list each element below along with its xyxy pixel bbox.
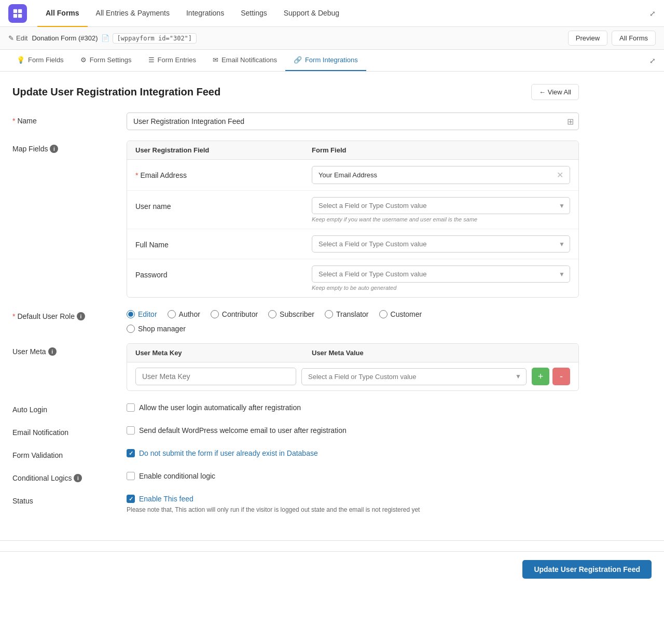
role-subscriber-label: Subscriber <box>280 310 314 318</box>
role-editor[interactable]: Editor <box>127 310 157 318</box>
breadcrumb-actions: Preview All Forms <box>568 31 656 46</box>
expand-icon[interactable]: ⤢ <box>649 9 656 18</box>
tab-bar: 💡 Form Fields ⚙ Form Settings ☰ Form Ent… <box>0 50 664 72</box>
auto-login-row: Auto Login Allow the user login automati… <box>12 401 579 414</box>
view-all-button[interactable]: ← View All <box>531 84 579 100</box>
meta-value-select-wrapper: ▼ <box>301 368 527 385</box>
role-customer[interactable]: Customer <box>379 310 422 318</box>
role-translator-radio[interactable] <box>325 310 333 318</box>
password-hint: Keep empty to be auto generated <box>312 285 570 291</box>
map-field-password-value: ▼ Keep empty to be auto generated <box>312 265 570 291</box>
auto-login-checkbox[interactable] <box>127 403 135 412</box>
edit-pencil-icon: ✎ <box>8 34 14 42</box>
tab-form-integrations[interactable]: 🔗 Form Integrations <box>285 50 366 71</box>
meta-col-key-header: User Meta Key <box>135 349 312 357</box>
conditional-logics-checkbox[interactable] <box>127 472 135 480</box>
role-customer-radio[interactable] <box>379 310 388 318</box>
name-row: * Name ⊞ <box>12 113 579 130</box>
form-validation-checkbox[interactable] <box>127 449 135 457</box>
name-label-col: * Name <box>12 113 127 130</box>
password-select[interactable] <box>312 265 570 283</box>
role-translator[interactable]: Translator <box>325 310 369 318</box>
svg-rect-3 <box>18 13 22 17</box>
meta-key-input[interactable] <box>135 368 296 385</box>
app-logo <box>8 4 27 23</box>
map-field-password-row: Password ▼ Keep empty to be auto generat… <box>127 259 578 297</box>
meta-col-value-header: User Meta Value <box>312 349 570 357</box>
conditional-logics-info-icon[interactable]: i <box>74 474 82 482</box>
edit-button[interactable]: ✎ Edit <box>8 34 27 42</box>
meta-remove-button[interactable]: - <box>552 368 570 385</box>
conditional-logics-checkbox-row: Enable conditional logic <box>127 470 579 480</box>
form-validation-link[interactable]: Do not submit the form if user already e… <box>139 449 318 457</box>
tab-email-notifications-label: Email Notifications <box>222 56 277 64</box>
map-col-header-left: User Registration Field <box>135 146 312 154</box>
role-editor-label: Editor <box>138 310 157 318</box>
map-fields-section: User Registration Field Form Field * Ema… <box>127 141 579 298</box>
name-input[interactable] <box>127 113 579 130</box>
role-author-radio[interactable] <box>168 310 176 318</box>
email-select[interactable]: Your Email Address ✕ <box>312 166 570 184</box>
fullname-select[interactable] <box>312 235 570 253</box>
tab-expand-icon[interactable]: ⤢ <box>649 57 656 65</box>
nav-all-forms[interactable]: All Forms <box>37 0 88 27</box>
role-contributor-radio[interactable] <box>211 310 219 318</box>
tab-form-settings[interactable]: ⚙ Form Settings <box>72 50 140 71</box>
preview-button[interactable]: Preview <box>568 31 607 46</box>
nav-all-entries[interactable]: All Entries & Payments <box>88 0 178 27</box>
auto-login-checkbox-row: Allow the user login automatically after… <box>127 401 579 412</box>
map-field-email-row: * Email Address Your Email Address ✕ <box>127 160 578 191</box>
user-meta-label: User Meta i <box>12 347 127 356</box>
username-select[interactable] <box>312 197 570 214</box>
map-fields-col: User Registration Field Form Field * Ema… <box>127 141 579 298</box>
nav-settings[interactable]: Settings <box>232 0 275 27</box>
role-editor-radio[interactable] <box>127 310 135 318</box>
role-author[interactable]: Author <box>168 310 200 318</box>
email-notification-checkbox-label: Send default WordPress welcome email to … <box>139 426 347 435</box>
role-contributor[interactable]: Contributor <box>211 310 258 318</box>
map-fields-row: Map Fields i User Registration Field For… <box>12 141 579 298</box>
map-fields-info-icon[interactable]: i <box>50 145 58 153</box>
user-meta-info-icon[interactable]: i <box>48 347 57 356</box>
role-required-star: * <box>12 312 15 320</box>
default-user-role-field-col: Editor Author Contributor Subscriber Tra… <box>127 308 579 333</box>
role-shop-manager[interactable]: Shop manager <box>127 325 579 333</box>
conditional-logics-checkbox-label: Enable conditional logic <box>139 472 215 480</box>
status-checkbox-label[interactable]: Enable This feed <box>139 495 193 503</box>
map-fields-label: Map Fields i <box>12 145 127 153</box>
nav-items: All Forms All Entries & Payments Integra… <box>37 0 348 27</box>
meta-value-wrapper: ▼ <box>301 368 527 385</box>
tab-form-entries[interactable]: ☰ Form Entries <box>140 50 204 71</box>
map-field-email-label: * Email Address <box>135 166 312 179</box>
auto-login-label-col: Auto Login <box>12 401 127 414</box>
username-select-wrapper: ▼ <box>312 197 570 214</box>
role-info-icon[interactable]: i <box>77 312 85 320</box>
meta-value-select[interactable] <box>301 368 527 385</box>
tab-form-fields[interactable]: 💡 Form Fields <box>8 50 72 71</box>
nav-support[interactable]: Support & Debug <box>275 0 348 27</box>
role-subscriber[interactable]: Subscriber <box>268 310 314 318</box>
form-validation-field-col: Do not submit the form if user already e… <box>127 447 579 459</box>
form-name-text: Donation Form (#302) <box>32 34 98 42</box>
form-validation-checkbox-row: Do not submit the form if user already e… <box>127 447 579 457</box>
role-shop-manager-radio[interactable] <box>127 325 135 333</box>
all-forms-button[interactable]: All Forms <box>612 31 656 46</box>
shortcode-badge[interactable]: [wppayform id="302"] <box>113 33 197 44</box>
page-header: Update User Registration Integration Fee… <box>12 84 579 100</box>
tab-email-notifications[interactable]: ✉ Email Notifications <box>204 50 285 71</box>
auto-login-label: Auto Login <box>12 405 127 414</box>
email-notifications-icon: ✉ <box>213 56 218 64</box>
email-clear-icon[interactable]: ✕ <box>557 170 563 180</box>
email-tag-text: Your Email Address <box>319 171 377 179</box>
update-feed-button[interactable]: Update User Registration Feed <box>522 560 652 579</box>
email-notification-checkbox[interactable] <box>127 426 135 435</box>
page-title: Update User Registration Integration Fee… <box>12 86 220 98</box>
nav-integrations[interactable]: Integrations <box>178 0 232 27</box>
meta-add-button[interactable]: + <box>532 368 549 385</box>
role-subscriber-radio[interactable] <box>268 310 276 318</box>
form-copy-icon[interactable]: 📄 <box>101 34 109 42</box>
status-checkbox[interactable] <box>127 495 135 503</box>
email-notification-label-col: Email Notification <box>12 424 127 437</box>
conditional-logics-field-col: Enable conditional logic <box>127 470 579 482</box>
form-fields-icon: 💡 <box>17 56 25 64</box>
